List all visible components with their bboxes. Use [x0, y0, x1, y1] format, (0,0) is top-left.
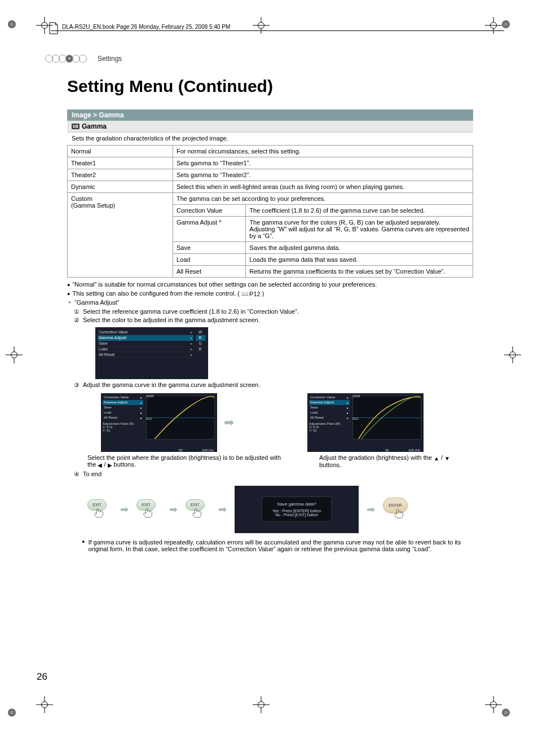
- option-label: Theater1: [68, 157, 173, 169]
- crop-corner-dot: [8, 20, 16, 28]
- step-number-icon: ②: [74, 317, 80, 324]
- right-arrow-icon: ▶: [108, 462, 112, 468]
- crop-mark-icon: [36, 696, 53, 713]
- option-desc: For normal circumstances, select this se…: [173, 146, 473, 157]
- subopt-label: Save: [173, 242, 245, 254]
- option-desc: Sets gamma to “Theater1”.: [173, 157, 473, 169]
- setting-name: Gamma: [82, 122, 107, 130]
- option-label: Theater2: [68, 169, 173, 181]
- option-desc: Sets gamma to “Theater2”.: [173, 169, 473, 181]
- settings-table: Normal For normal circumstances, select …: [67, 145, 473, 278]
- header-rule: [51, 30, 504, 31]
- option-label: Dynamic: [68, 181, 173, 193]
- arrow-right-icon: ➡: [224, 415, 234, 430]
- steps-list: ③Adjust the gamma curve in the gamma cur…: [67, 381, 473, 389]
- exit-button[interactable]: EXIT: [87, 499, 112, 520]
- bullet-icon: ●: [67, 281, 70, 289]
- option-desc: The gamma can be set according to your p…: [173, 193, 473, 205]
- end-flow: EXIT ➡ EXIT ➡ EXIT ➡ Save gamma data? Ye…: [87, 486, 473, 533]
- gamma-curve-screenshot-before: Correction Value▸ Gamma Adjust▸ Save▸ Lo…: [101, 393, 217, 452]
- bullet-icon: ●: [67, 290, 70, 298]
- up-arrow-icon: ▲: [434, 455, 439, 461]
- subopt-desc: The gamma curve for the colors (R, G, B)…: [246, 217, 473, 242]
- table-row: Dynamic Select this when in well-lighted…: [68, 181, 473, 193]
- press-finger-icon: [191, 506, 204, 518]
- step-number-icon: ③: [74, 381, 80, 389]
- note-text: “Gamma Adjust”: [74, 299, 119, 307]
- crop-mark-icon: [485, 17, 502, 34]
- crop-mark-icon: [504, 346, 521, 363]
- crop-corner-dot: [502, 20, 510, 28]
- table-row: Theater2 Sets gamma to “Theater2”.: [68, 169, 473, 181]
- setting-number: 08: [72, 124, 80, 129]
- final-note: ● If gamma curve is adjusted repeatedly,…: [67, 539, 473, 552]
- dialog-yes: Yes : Press [ENTER] button: [272, 509, 321, 513]
- subopt-desc: Returns the gamma coefficients to the va…: [246, 266, 473, 278]
- breadcrumb: Image > Gamma: [67, 109, 473, 121]
- exit-button[interactable]: EXIT: [136, 499, 161, 520]
- steps-list: ④To end: [67, 471, 473, 478]
- enter-button[interactable]: ENTER: [383, 498, 413, 521]
- subopt-label: Load: [173, 254, 245, 266]
- subopt-desc: The coefficient (1.8 to 2.6) of the gamm…: [246, 205, 473, 217]
- press-finger-icon: [93, 506, 105, 518]
- step-text: To end: [83, 471, 102, 478]
- doc-header-line: DLA-RS2U_EN.book Page 26 Monday, Februar…: [62, 24, 230, 30]
- arrow-right-icon: ➡: [120, 503, 129, 516]
- steps-list: ①Select the reference gamma curve coeffi…: [67, 308, 473, 324]
- page-number: 26: [37, 671, 47, 683]
- crop-mark-icon: [485, 696, 502, 713]
- page-icon: [48, 21, 59, 35]
- step-text: Adjust the gamma curve in the gamma curv…: [83, 381, 260, 389]
- notes-list: ●“Normal” is suitable for normal circums…: [67, 281, 473, 307]
- save-dialog-screenshot: Save gamma data? Yes : Press [ENTER] but…: [235, 486, 359, 533]
- arrow-right-icon: ➡: [367, 503, 375, 516]
- note-text: This setting can also be configured from…: [72, 290, 264, 298]
- down-arrow-icon: ▼: [444, 455, 450, 461]
- note-text: “Normal” is suitable for normal circumst…: [72, 281, 377, 289]
- option-desc: Select this when in well-lighted areas (…: [173, 181, 473, 193]
- step-number-icon: ④: [74, 471, 80, 478]
- bullet-icon: ●: [82, 539, 85, 552]
- section-tab: 4 Settings: [45, 55, 122, 63]
- section-name: Settings: [98, 55, 122, 63]
- table-row: Normal For normal circumstances, select …: [68, 146, 473, 157]
- crop-mark-icon: [253, 696, 270, 713]
- step-text: Select the color to be adjusted in the g…: [83, 317, 260, 324]
- table-row: Theater1 Sets gamma to “Theater1”.: [68, 157, 473, 169]
- page-title: Setting Menu (Continued): [67, 77, 273, 96]
- gamma-curve-screenshot-after: Correction Value▸ Gamma Adjust▸ Save▸ Lo…: [307, 393, 424, 452]
- menu-screenshot-gamma-color: Correction Value▸ Gamma Adjust▸ Save▸ Lo…: [95, 327, 208, 379]
- subopt-label: Gamma Adjust *: [173, 217, 245, 242]
- curve-captions: Select the point where the gradation (br…: [87, 454, 473, 468]
- dialog-question: Save gamma data?: [272, 502, 321, 507]
- table-row: Custom (Gamma Setup) The gamma can be se…: [68, 193, 473, 205]
- press-finger-icon: [393, 507, 405, 519]
- step-text: Select the reference gamma curve coeffic…: [83, 308, 299, 315]
- asterisk-icon: ＊: [67, 299, 72, 307]
- arrow-right-icon: ➡: [169, 503, 178, 516]
- crop-mark-icon: [6, 346, 23, 363]
- subopt-label: Correction Value: [173, 205, 245, 217]
- option-label: Normal: [68, 146, 173, 157]
- setting-header: 08 Gamma: [67, 121, 473, 133]
- crop-corner-dot: [8, 709, 16, 717]
- exit-button[interactable]: EXIT: [186, 499, 210, 520]
- subopt-desc: Loads the gamma data that was saved.: [246, 254, 473, 266]
- option-label: Custom (Gamma Setup): [68, 193, 173, 278]
- crop-corner-dot: [502, 709, 510, 717]
- step-number-icon: ①: [74, 308, 80, 315]
- page-ref-icon: 📖: [241, 291, 248, 297]
- arrow-right-icon: ➡: [218, 503, 227, 516]
- subopt-desc: Saves the adjusted gamma data.: [246, 242, 473, 254]
- setting-description: Sets the gradation characteristics of th…: [67, 133, 473, 145]
- crop-mark-icon: [253, 17, 270, 34]
- press-finger-icon: [142, 506, 155, 518]
- page-ref: P12: [249, 291, 261, 297]
- dialog-no: No : Press [EXIT] button: [272, 513, 321, 517]
- subopt-label: All Reset: [173, 266, 245, 278]
